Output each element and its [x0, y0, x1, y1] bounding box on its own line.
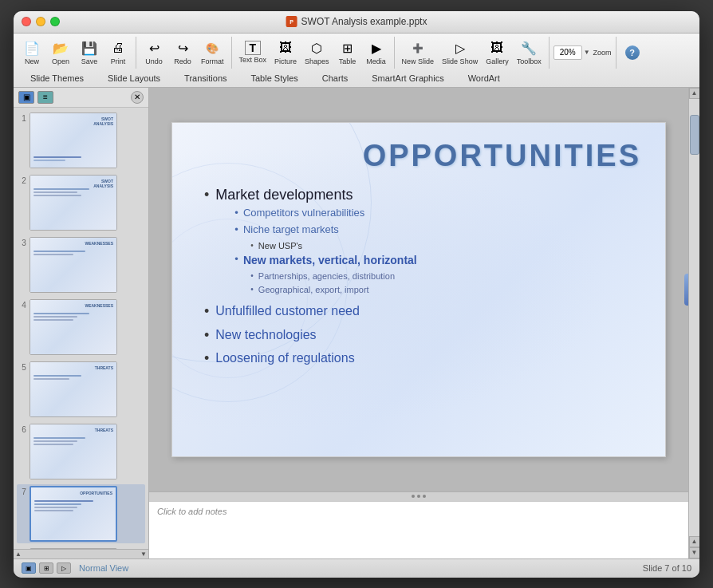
media-button[interactable]: ▶ Media	[363, 37, 390, 67]
status-bar: ▣ ⊞ ▷ Normal View Slide 7 of 10	[14, 558, 699, 578]
content-area: OPPORTUNITIES • Market developments	[149, 88, 688, 558]
save-button[interactable]: 💾 Save	[76, 37, 103, 67]
slide-viewport: OPPORTUNITIES • Market developments	[149, 88, 688, 491]
undo-icon: ↩	[145, 39, 163, 57]
toolbar-sep-1	[136, 37, 136, 69]
zoom-dropdown-icon[interactable]: ▼	[584, 49, 590, 56]
open-icon: 📂	[52, 39, 69, 57]
scroll-thumb[interactable]	[690, 115, 699, 155]
slide-thumb-8: OPPORTUNITIES	[30, 548, 117, 549]
minimize-button[interactable]	[36, 17, 45, 26]
close-button[interactable]	[22, 17, 31, 26]
slide-thumb-2: SWOTANALYSIS	[30, 175, 117, 231]
toolbox-icon: 🔧	[520, 39, 538, 57]
undo-button[interactable]: ↩ Undo	[140, 37, 167, 67]
panel-tab-slides[interactable]: ▣	[18, 91, 34, 104]
slide-panel-tabs: ▣ ≡ ✕	[14, 88, 148, 108]
slide-item-3[interactable]: 3 WEAKNESSES	[17, 235, 145, 294]
gallery-icon: 🖼	[488, 39, 506, 57]
tab-slide-layouts[interactable]: Slide Layouts	[96, 70, 172, 85]
open-button[interactable]: 📂 Open	[47, 37, 74, 67]
maximize-button[interactable]	[50, 17, 60, 26]
redo-button[interactable]: ↪ Redo	[169, 37, 196, 67]
slide-canvas[interactable]: OPPORTUNITIES • Market developments	[171, 122, 666, 457]
sub-bullet-competitors: • Competitors vulnerabilities	[234, 207, 416, 220]
panel-bottom-scroll: ▲ ▼	[14, 549, 148, 558]
traffic-lights	[22, 17, 60, 26]
scroll-up-arrow[interactable]: ▲	[689, 88, 700, 99]
slide-thumb-5: THREATS	[30, 361, 117, 417]
slide-title-area: OPPORTUNITIES	[363, 139, 641, 173]
new-icon: 📄	[23, 39, 41, 57]
slide-item-1[interactable]: 1 SWOTANALYSIS	[17, 111, 145, 170]
slide-item-4[interactable]: 4 WEAKNESSES	[17, 298, 145, 357]
new-slide-icon: ➕	[409, 39, 427, 57]
print-button[interactable]: 🖨 Print	[104, 37, 132, 67]
status-view-label: Normal View	[79, 563, 128, 573]
slide-item-5[interactable]: 5 THREATS	[17, 360, 145, 419]
toolbar-tabs: Slide Themes Slide Layouts Transitions T…	[18, 70, 695, 85]
window-title: P SWOT Analysis example.pptx	[286, 16, 427, 27]
slide-thumb-4: WEAKNESSES	[30, 299, 117, 355]
slide-thumb-6: THREATS	[30, 424, 117, 479]
slide-item-8[interactable]: 8 OPPORTUNITIES	[17, 547, 145, 549]
textbox-button[interactable]: T Text Box	[236, 39, 270, 65]
slide-info: Slide 7 of 10	[643, 563, 691, 573]
toolbar-sep-5	[616, 37, 616, 69]
slide-content: • Market developments • Competitors vuln…	[204, 187, 649, 374]
scroll-down-arrow-1[interactable]: ▲	[689, 536, 700, 547]
scroll-track[interactable]	[689, 99, 700, 536]
panel-tab-outline[interactable]: ≡	[37, 91, 53, 104]
bullet-new-tech: • New technologies	[204, 327, 649, 345]
panel-scroll-up[interactable]: ▲	[14, 549, 23, 558]
normal-view-button[interactable]: ▣	[22, 562, 36, 574]
bullet-market-developments: • Market developments • Competitors vuln…	[204, 187, 649, 297]
new-button[interactable]: 📄 New	[18, 37, 45, 67]
gallery-button[interactable]: 🖼 Gallery	[483, 37, 512, 67]
tab-wordart[interactable]: WordArt	[456, 70, 512, 85]
bullet-regulations: • Loosening of regulations	[204, 350, 649, 368]
app-window: P SWOT Analysis example.pptx 📄 New 📂 Ope…	[14, 11, 699, 578]
scroll-down-arrow-2[interactable]: ▼	[689, 547, 700, 558]
notes-area[interactable]: Click to add notes	[149, 501, 688, 558]
help-button[interactable]: ?	[625, 45, 640, 60]
panel-close-button[interactable]: ✕	[131, 91, 144, 104]
new-slide-button[interactable]: ➕ New Slide	[399, 37, 438, 67]
textbox-icon: T	[245, 41, 261, 55]
zoom-input[interactable]	[553, 45, 582, 60]
title-bar: P SWOT Analysis example.pptx	[14, 11, 699, 34]
slide-show-button[interactable]: ▷ Slide Show	[439, 37, 481, 67]
save-icon: 💾	[81, 39, 98, 57]
tab-table-styles[interactable]: Table Styles	[239, 70, 310, 85]
print-icon: 🖨	[109, 39, 127, 57]
table-button[interactable]: ⊞ Table	[334, 37, 361, 67]
slide-thumb-1: SWOTANALYSIS	[30, 112, 117, 168]
picture-icon: 🖼	[277, 39, 294, 57]
sub-sub-partnerships: • Partnerships, agencies, distribution	[250, 270, 416, 282]
main-area: ▣ ≡ ✕ 1 SWOTANALYSIS	[14, 88, 699, 558]
slide-item-6[interactable]: 6 THREATS	[17, 422, 145, 481]
tab-transitions[interactable]: Transitions	[172, 70, 238, 85]
panel-scroll-down[interactable]: ▼	[139, 549, 148, 558]
sub-sub-usp: • New USP's	[250, 240, 416, 251]
present-view-button[interactable]: ▷	[57, 562, 71, 574]
toolbar-sep-4	[549, 37, 550, 69]
slide-show-icon: ▷	[451, 39, 469, 57]
toolbox-button[interactable]: 🔧 Toolbox	[514, 37, 545, 67]
tab-charts[interactable]: Charts	[310, 70, 360, 85]
format-button[interactable]: 🎨 Format	[198, 37, 227, 67]
slide-item-7[interactable]: 7 OPPORTUNITIES	[17, 484, 145, 543]
picture-button[interactable]: 🖼 Picture	[271, 37, 300, 67]
grid-view-button[interactable]: ⊞	[39, 562, 53, 574]
tab-slide-themes[interactable]: Slide Themes	[18, 70, 96, 85]
toolbar: 📄 New 📂 Open 💾 Save 🖨 Print ↩ Und	[14, 34, 699, 88]
tab-smartart[interactable]: SmartArt Graphics	[360, 70, 455, 85]
h-scroll-dots	[412, 495, 426, 498]
slide-item-2[interactable]: 2 SWOTANALYSIS	[17, 173, 145, 232]
media-icon: ▶	[368, 39, 385, 57]
slide-resize-handle[interactable]	[684, 274, 688, 306]
shapes-button[interactable]: ⬡ Shapes	[301, 37, 333, 67]
slide-panel-wrapper: 1 SWOTANALYSIS 2	[14, 108, 148, 549]
app-icon: P	[286, 16, 297, 27]
table-icon: ⊞	[339, 39, 356, 57]
